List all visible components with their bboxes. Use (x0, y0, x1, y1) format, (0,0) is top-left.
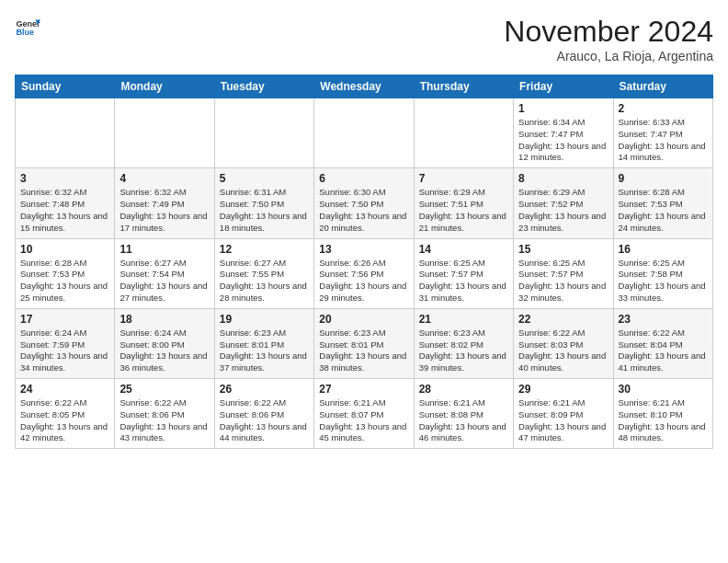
day-number: 3 (20, 172, 109, 185)
header-sunday: Sunday (16, 75, 115, 98)
calendar-cell: 16Sunrise: 6:25 AM Sunset: 7:58 PM Dayli… (613, 238, 712, 308)
calendar-cell (314, 98, 414, 168)
calendar-week-3: 10Sunrise: 6:28 AM Sunset: 7:53 PM Dayli… (16, 238, 713, 308)
day-info: Sunrise: 6:22 AM Sunset: 8:03 PM Dayligh… (518, 327, 608, 374)
header-wednesday: Wednesday (314, 75, 414, 98)
day-info: Sunrise: 6:29 AM Sunset: 7:52 PM Dayligh… (518, 187, 608, 234)
day-number: 14 (419, 243, 508, 256)
day-info: Sunrise: 6:34 AM Sunset: 7:47 PM Dayligh… (518, 117, 608, 164)
day-info: Sunrise: 6:23 AM Sunset: 8:01 PM Dayligh… (220, 327, 309, 374)
calendar-cell: 19Sunrise: 6:23 AM Sunset: 8:01 PM Dayli… (214, 308, 313, 378)
calendar-cell: 15Sunrise: 6:25 AM Sunset: 7:57 PM Dayli… (514, 238, 613, 308)
calendar-cell: 12Sunrise: 6:27 AM Sunset: 7:55 PM Dayli… (214, 238, 313, 308)
calendar-cell: 7Sunrise: 6:29 AM Sunset: 7:51 PM Daylig… (414, 168, 513, 238)
day-info: Sunrise: 6:28 AM Sunset: 7:53 PM Dayligh… (20, 258, 109, 304)
calendar-cell: 29Sunrise: 6:21 AM Sunset: 8:09 PM Dayli… (514, 379, 613, 449)
logo-icon: General Blue (15, 15, 40, 40)
day-number: 26 (220, 383, 309, 396)
header-tuesday: Tuesday (214, 75, 313, 98)
calendar-cell (214, 98, 313, 168)
calendar-cell: 26Sunrise: 6:22 AM Sunset: 8:06 PM Dayli… (214, 379, 313, 449)
calendar-cell: 2Sunrise: 6:33 AM Sunset: 7:47 PM Daylig… (613, 98, 712, 168)
day-number: 5 (220, 172, 309, 185)
header-saturday: Saturday (613, 75, 712, 98)
day-info: Sunrise: 6:23 AM Sunset: 8:02 PM Dayligh… (419, 327, 508, 374)
calendar-cell: 20Sunrise: 6:23 AM Sunset: 8:01 PM Dayli… (314, 308, 414, 378)
day-number: 20 (319, 313, 408, 326)
day-number: 28 (419, 383, 508, 396)
calendar-table: SundayMondayTuesdayWednesdayThursdayFrid… (15, 75, 713, 449)
day-info: Sunrise: 6:22 AM Sunset: 8:04 PM Dayligh… (619, 327, 708, 374)
day-info: Sunrise: 6:23 AM Sunset: 8:01 PM Dayligh… (319, 327, 408, 374)
calendar-cell: 18Sunrise: 6:24 AM Sunset: 8:00 PM Dayli… (115, 308, 214, 378)
calendar-week-5: 24Sunrise: 6:22 AM Sunset: 8:05 PM Dayli… (16, 379, 713, 449)
calendar-cell (16, 98, 115, 168)
header-thursday: Thursday (414, 75, 513, 98)
day-number: 17 (20, 313, 109, 326)
day-number: 21 (419, 313, 508, 326)
calendar-week-1: 1Sunrise: 6:34 AM Sunset: 7:47 PM Daylig… (16, 98, 713, 168)
calendar-week-2: 3Sunrise: 6:32 AM Sunset: 7:48 PM Daylig… (16, 168, 713, 238)
day-number: 1 (518, 102, 608, 115)
day-number: 30 (619, 383, 708, 396)
day-number: 6 (319, 172, 408, 185)
day-info: Sunrise: 6:29 AM Sunset: 7:51 PM Dayligh… (419, 187, 508, 234)
day-number: 24 (20, 383, 109, 396)
calendar-header-row: SundayMondayTuesdayWednesdayThursdayFrid… (16, 75, 713, 98)
calendar-cell: 17Sunrise: 6:24 AM Sunset: 7:59 PM Dayli… (16, 308, 115, 378)
calendar-cell: 22Sunrise: 6:22 AM Sunset: 8:03 PM Dayli… (514, 308, 613, 378)
calendar-cell: 14Sunrise: 6:25 AM Sunset: 7:57 PM Dayli… (414, 238, 513, 308)
day-number: 15 (518, 243, 608, 256)
day-info: Sunrise: 6:21 AM Sunset: 8:08 PM Dayligh… (419, 397, 508, 444)
day-info: Sunrise: 6:31 AM Sunset: 7:50 PM Dayligh… (220, 187, 309, 234)
calendar-cell: 13Sunrise: 6:26 AM Sunset: 7:56 PM Dayli… (314, 238, 414, 308)
page-header: General Blue November 2024 Arauco, La Ri… (15, 15, 713, 63)
day-number: 7 (419, 172, 508, 185)
day-info: Sunrise: 6:21 AM Sunset: 8:10 PM Dayligh… (619, 397, 708, 444)
day-info: Sunrise: 6:25 AM Sunset: 7:57 PM Dayligh… (419, 258, 508, 304)
day-number: 2 (619, 102, 708, 115)
day-number: 9 (619, 172, 708, 185)
header-monday: Monday (115, 75, 214, 98)
title-block: November 2024 Arauco, La Rioja, Argentin… (504, 15, 713, 63)
calendar-cell: 27Sunrise: 6:21 AM Sunset: 8:07 PM Dayli… (314, 379, 414, 449)
day-info: Sunrise: 6:24 AM Sunset: 7:59 PM Dayligh… (20, 327, 109, 374)
day-info: Sunrise: 6:25 AM Sunset: 7:58 PM Dayligh… (619, 258, 708, 304)
calendar-cell: 10Sunrise: 6:28 AM Sunset: 7:53 PM Dayli… (16, 238, 115, 308)
day-number: 22 (518, 313, 608, 326)
day-number: 11 (119, 243, 209, 256)
calendar-cell: 3Sunrise: 6:32 AM Sunset: 7:48 PM Daylig… (16, 168, 115, 238)
day-info: Sunrise: 6:28 AM Sunset: 7:53 PM Dayligh… (619, 187, 708, 234)
day-info: Sunrise: 6:22 AM Sunset: 8:05 PM Dayligh… (20, 397, 109, 444)
day-info: Sunrise: 6:27 AM Sunset: 7:54 PM Dayligh… (119, 258, 209, 304)
svg-text:Blue: Blue (16, 28, 34, 37)
day-info: Sunrise: 6:26 AM Sunset: 7:56 PM Dayligh… (319, 258, 408, 304)
day-info: Sunrise: 6:33 AM Sunset: 7:47 PM Dayligh… (619, 117, 708, 164)
calendar-cell: 30Sunrise: 6:21 AM Sunset: 8:10 PM Dayli… (613, 379, 712, 449)
day-number: 25 (119, 383, 209, 396)
calendar-cell: 8Sunrise: 6:29 AM Sunset: 7:52 PM Daylig… (514, 168, 613, 238)
day-number: 19 (220, 313, 309, 326)
day-number: 4 (119, 172, 209, 185)
day-number: 27 (319, 383, 408, 396)
day-info: Sunrise: 6:25 AM Sunset: 7:57 PM Dayligh… (518, 258, 608, 304)
day-number: 8 (518, 172, 608, 185)
calendar-cell: 4Sunrise: 6:32 AM Sunset: 7:49 PM Daylig… (115, 168, 214, 238)
day-number: 13 (319, 243, 408, 256)
day-info: Sunrise: 6:22 AM Sunset: 8:06 PM Dayligh… (220, 397, 309, 444)
day-number: 16 (619, 243, 708, 256)
calendar-cell: 25Sunrise: 6:22 AM Sunset: 8:06 PM Dayli… (115, 379, 214, 449)
day-number: 29 (518, 383, 608, 396)
calendar-cell: 1Sunrise: 6:34 AM Sunset: 7:47 PM Daylig… (514, 98, 613, 168)
calendar-cell (115, 98, 214, 168)
day-info: Sunrise: 6:24 AM Sunset: 8:00 PM Dayligh… (119, 327, 209, 374)
calendar-cell: 21Sunrise: 6:23 AM Sunset: 8:02 PM Dayli… (414, 308, 513, 378)
calendar-cell: 11Sunrise: 6:27 AM Sunset: 7:54 PM Dayli… (115, 238, 214, 308)
day-number: 12 (220, 243, 309, 256)
calendar-cell: 6Sunrise: 6:30 AM Sunset: 7:50 PM Daylig… (314, 168, 414, 238)
calendar-cell: 28Sunrise: 6:21 AM Sunset: 8:08 PM Dayli… (414, 379, 513, 449)
calendar-cell (414, 98, 513, 168)
calendar-week-4: 17Sunrise: 6:24 AM Sunset: 7:59 PM Dayli… (16, 308, 713, 378)
day-info: Sunrise: 6:21 AM Sunset: 8:09 PM Dayligh… (518, 397, 608, 444)
day-info: Sunrise: 6:32 AM Sunset: 7:49 PM Dayligh… (119, 187, 209, 234)
